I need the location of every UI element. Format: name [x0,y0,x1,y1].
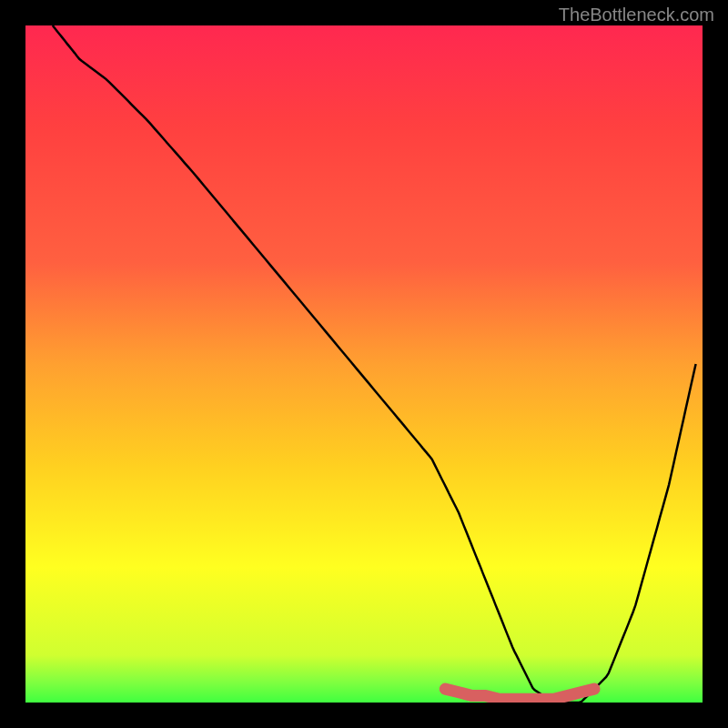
watermark-text: TheBottleneck.com [559,5,714,25]
svg-rect-0 [25,25,703,703]
chart-svg [25,25,703,703]
chart-container: TheBottleneck.com [0,0,728,728]
plot-area [25,25,703,703]
